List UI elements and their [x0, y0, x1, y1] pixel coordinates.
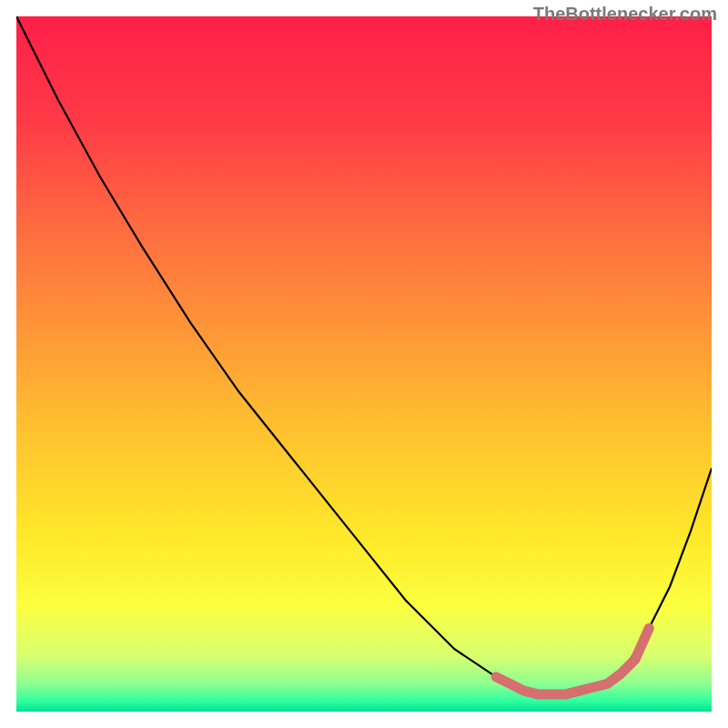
- chart-svg: [16, 16, 712, 712]
- chart-background: [16, 16, 712, 712]
- chart-plot-area: [16, 16, 712, 712]
- attribution-text: TheBottlenecker.com: [533, 4, 717, 25]
